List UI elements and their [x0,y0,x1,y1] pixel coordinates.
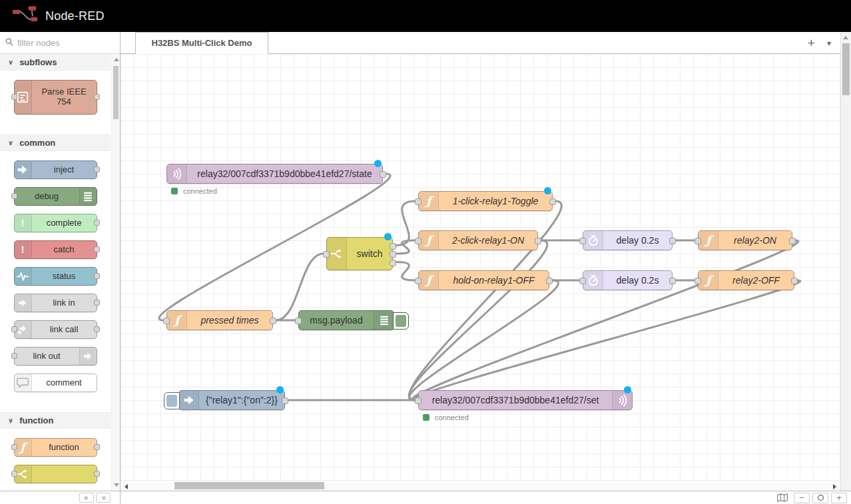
input-port[interactable] [695,278,701,284]
output-port[interactable] [546,278,553,284]
scroll-left-icon[interactable] [125,484,128,489]
palette-scrollbar-thumb[interactable] [113,66,119,119]
output-port[interactable] [380,171,386,178]
palette-node-link in[interactable]: link in [14,294,97,312]
svg-text:ƒ: ƒ [424,274,434,287]
output-port[interactable] [94,166,100,172]
palette-node-function[interactable]: ƒfunction [14,438,97,457]
palette-node-inject[interactable]: inject [14,160,97,179]
output-port[interactable] [789,238,796,244]
palette-node-link out[interactable]: link out [14,347,97,366]
palette-node-link call[interactable]: link call [14,320,97,339]
input-port[interactable] [323,251,330,258]
wire-f_hold-to-mqtt_set[interactable] [410,280,559,400]
palette-category-common[interactable]: ∨common [0,134,111,151]
inject-button[interactable] [164,392,180,409]
tab-flow[interactable]: H32BS Multi-Click Demo [135,32,268,54]
debug-toggle-button[interactable] [393,312,409,330]
input-port[interactable] [415,397,422,404]
status-icon [15,268,32,285]
input-port[interactable] [415,238,422,244]
palette-node-debug[interactable]: debug [14,187,97,206]
palette-scrollbar[interactable] [111,54,120,491]
palette-node-catch[interactable]: !catch [14,240,97,259]
flow-canvas[interactable]: relay32/007cdf3371b9d0bbe41efd27/stateco… [121,54,840,480]
output-port[interactable] [270,318,276,324]
input-port[interactable] [415,198,422,205]
output-port[interactable] [94,273,100,279]
node-f_toggle[interactable]: ƒ1-click-relay1-Toggle [418,191,553,211]
node-f_hold[interactable]: ƒhold-on-relay1-OFF [418,270,549,290]
input-port[interactable] [415,278,422,284]
output-port[interactable] [94,94,100,100]
wire-f_r2on-to-mqtt_set[interactable] [412,240,798,400]
output-port[interactable] [94,246,100,252]
node-inject[interactable]: {"relay1":{"on":2}} [178,390,285,410]
filter-nodes-input[interactable] [17,38,97,48]
palette-scroll-area[interactable]: ∨subflowsParse IEEE 754∨commoninjectdebu… [0,54,120,491]
node-debug[interactable]: msg.payload [298,310,394,330]
palette-category-function[interactable]: ∨function [0,412,111,429]
input-port[interactable] [11,444,17,450]
output-port[interactable] [390,260,396,266]
output-port[interactable] [94,220,100,226]
vertical-scrollbar-thumb[interactable] [842,43,850,95]
node-f_pressed[interactable]: ƒpressed times [166,310,273,330]
output-port[interactable] [390,243,396,250]
palette-node-partial[interactable] [14,465,97,483]
input-port[interactable] [11,193,17,199]
output-port[interactable] [549,198,556,205]
node-delay1[interactable]: delay 0.2s [583,230,673,250]
input-port[interactable] [11,353,17,359]
horizontal-scrollbar-thumb[interactable] [174,482,324,489]
node-f_2click[interactable]: ƒ2-click-relay1-ON [418,230,538,250]
output-port[interactable] [94,471,100,477]
input-port[interactable] [11,94,17,100]
input-port[interactable] [579,278,586,284]
output-port[interactable] [94,444,100,450]
input-port[interactable] [11,471,17,477]
flow-list-dropdown-icon[interactable]: ▾ [827,39,831,47]
output-port[interactable] [669,238,676,244]
node-f_r2off[interactable]: ƒrelay2-OFF [698,270,794,290]
output-port[interactable] [791,278,798,284]
horizontal-scrollbar[interactable] [121,480,840,491]
zoom-reset-button[interactable] [812,493,828,503]
scroll-down-icon[interactable] [114,483,119,487]
scroll-right-icon[interactable] [833,484,836,489]
vertical-scrollbar[interactable] [840,32,851,491]
input-port[interactable] [695,238,701,244]
input-port[interactable] [11,326,17,332]
node-f_r2on[interactable]: ƒrelay2-ON [698,230,792,250]
expand-categories-button[interactable]: « [96,493,111,503]
output-port[interactable] [669,278,676,284]
palette-node-status[interactable]: status [14,267,97,286]
output-port[interactable] [94,300,100,306]
palette-node-comment[interactable]: comment [14,374,97,392]
wire-switch-to-f_hold[interactable] [396,262,416,281]
palette-node-Parse IEEE 754[interactable]: Parse IEEE 754 [14,80,97,115]
navigator-toggle-button[interactable] [774,493,791,503]
output-port[interactable] [390,251,396,258]
wire-f_r2off-to-mqtt_set[interactable] [412,280,800,400]
output-port[interactable] [94,326,100,332]
input-port[interactable] [163,318,170,324]
palette-category-subflows[interactable]: ∨subflows [0,54,111,71]
scroll-up-icon[interactable] [843,36,848,39]
output-port[interactable] [282,397,288,404]
scroll-up-icon[interactable] [114,58,119,61]
zoom-out-button[interactable]: − [794,493,810,503]
changed-indicator [624,386,631,393]
input-port[interactable] [295,318,302,324]
input-port[interactable] [579,238,586,244]
output-port[interactable] [535,238,541,244]
collapse-categories-button[interactable]: « [79,493,94,503]
add-flow-button[interactable]: + [808,37,815,49]
node-switch[interactable]: switch [326,237,393,270]
node-mqtt_state[interactable]: relay32/007cdf3371b9d0bbe41efd27/stateco… [166,164,383,184]
node-delay2[interactable]: delay 0.2s [583,270,673,290]
wire-switch-to-f_toggle[interactable] [396,201,416,246]
palette-node-complete[interactable]: !complete [14,214,97,232]
zoom-in-button[interactable]: + [831,493,847,503]
node-mqtt_set[interactable]: relay32/007cdf3371b9d0bbe41efd27/setconn… [418,390,633,410]
